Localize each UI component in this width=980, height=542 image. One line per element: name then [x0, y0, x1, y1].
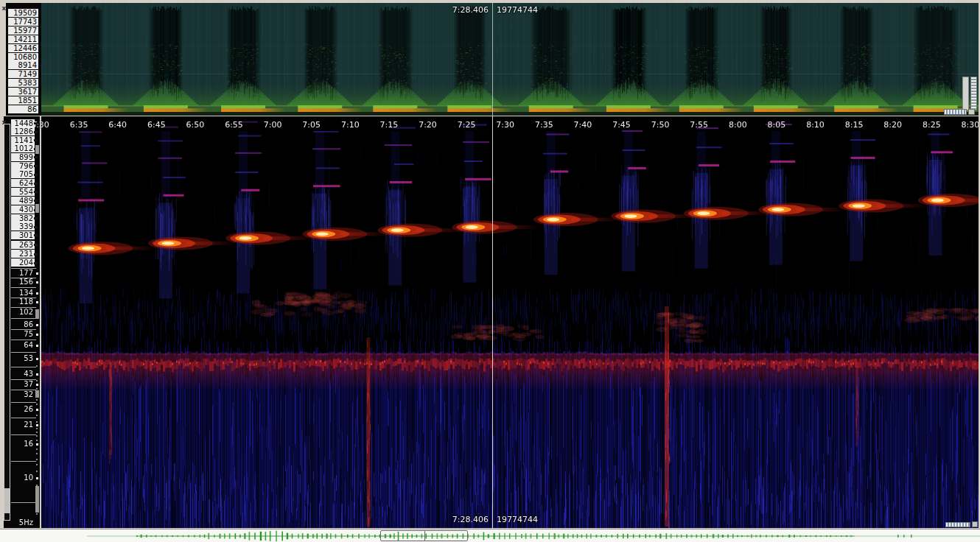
time-axis-label: 6:35	[70, 120, 88, 130]
freq-tick	[34, 165, 38, 167]
freq-minor-tick	[36, 388, 38, 390]
freq-tick	[34, 122, 38, 124]
scale-separator	[11, 461, 36, 462]
pane-spectrogram-bottom: 6:306:356:406:456:506:557:007:057:107:15…	[0, 116, 980, 528]
scale-separator	[11, 278, 36, 278]
freq-minor-tick	[36, 421, 38, 423]
freq-scale-label: 382	[11, 214, 35, 222]
freq-tick	[34, 139, 38, 141]
freq-scale-label: 263	[11, 241, 35, 249]
freq-tick	[36, 281, 38, 284]
freq-scale-label: 43	[10, 370, 35, 379]
pane-spectrogram-top: x 19509177431597714211124461068089147149…	[0, 0, 980, 116]
freq-scale-label: 5383	[8, 79, 38, 87]
scale-marker	[35, 145, 39, 154]
freq-tick	[34, 174, 38, 176]
time-axis-label: 7:05	[302, 120, 321, 130]
horizontal-zoom-thumbwheel-bottom[interactable]	[945, 522, 970, 527]
time-axis-label: 8:05	[768, 120, 786, 130]
scale-separator	[11, 268, 36, 269]
freq-tick	[36, 345, 38, 347]
freq-tick	[34, 183, 38, 185]
freq-tick	[34, 262, 38, 264]
time-axis-label: 7:20	[419, 120, 437, 130]
freq-minor-tick	[36, 435, 38, 437]
freq-scale-label: 177	[10, 269, 35, 278]
freq-minor-tick	[36, 399, 38, 401]
overview-playhead[interactable]	[424, 531, 425, 541]
freq-scale-label: 8914	[8, 61, 38, 69]
scale-separator	[11, 434, 36, 435]
scale-separator	[11, 502, 36, 503]
scale-marker	[35, 309, 39, 319]
freq-scale-label: 1448	[11, 119, 35, 127]
scale-separator	[11, 329, 36, 330]
vertical-scroll-handle-top[interactable]	[962, 77, 969, 110]
freq-minor-tick	[36, 448, 38, 450]
freq-scale-label: 899	[11, 153, 35, 161]
scale-marker	[35, 204, 39, 213]
time-axis-label: 7:50	[651, 120, 670, 130]
cursor-time-readout-top: 7:28.406	[383, 5, 489, 15]
freq-scale-label: 1012	[11, 144, 35, 152]
time-axis-label: 6:50	[186, 120, 205, 130]
overview-waveform-canvas[interactable]	[0, 529, 980, 542]
freq-minor-tick	[36, 365, 38, 367]
freq-minor-tick	[36, 453, 38, 454]
scale-separator	[11, 418, 36, 418]
freq-scale-label: 53	[10, 354, 35, 363]
freq-scale-label: 102	[10, 308, 35, 317]
horizontal-zoom-thumbwheel-top[interactable]	[944, 109, 967, 115]
freq-minor-tick	[36, 404, 38, 405]
scale-separator	[11, 298, 36, 298]
zoom-reset-button-top[interactable]	[968, 109, 975, 115]
freq-minor-tick	[36, 471, 38, 472]
spectrogram-canvas-top[interactable]	[41, 3, 979, 116]
freq-tick	[36, 409, 38, 411]
freq-minor-tick	[36, 440, 38, 441]
cursor-frame-readout-bottom: 19774744	[497, 515, 538, 524]
freq-minor-tick	[36, 459, 38, 460]
zoom-reset-button-bottom[interactable]	[972, 521, 978, 527]
spectrogram-canvas-bottom[interactable]	[41, 116, 979, 528]
frequency-scale-top[interactable]: 1950917743159771421112446106808914714953…	[0, 0, 41, 116]
scale-separator	[11, 307, 36, 308]
freq-minor-tick	[36, 464, 38, 465]
freq-tick	[36, 477, 38, 479]
time-axis-label: 7:45	[612, 120, 631, 130]
freq-scale-label: 204	[11, 258, 35, 267]
freq-scale-label: 86	[10, 320, 35, 329]
freq-scale-label: 10	[10, 474, 35, 482]
freq-minor-tick	[36, 513, 38, 515]
freq-tick	[34, 200, 38, 202]
time-axis-label: 8:25	[923, 120, 941, 130]
freq-tick	[34, 191, 38, 193]
freq-scale-label: 1141	[11, 136, 35, 144]
playback-cursor-line-top	[492, 3, 493, 116]
scale-marker	[35, 486, 39, 513]
freq-minor-tick	[36, 428, 38, 429]
freq-scale-label: 796	[11, 162, 35, 170]
freq-tick	[36, 373, 38, 376]
freq-tick	[36, 443, 38, 446]
freq-minor-tick	[36, 380, 38, 381]
time-axis-label: 8:15	[845, 120, 864, 130]
freq-tick	[34, 156, 38, 158]
time-axis-label: 7:15	[380, 120, 399, 130]
freq-scale-label: 489	[11, 197, 35, 205]
freq-scale-label: 17743	[8, 18, 38, 26]
freq-scale-label: 430	[11, 205, 35, 214]
overview-visible-region[interactable]	[380, 530, 468, 541]
freq-tick	[34, 244, 38, 246]
app-window: x 19509177431597714211124461068089147149…	[0, 0, 980, 542]
time-axis-label: 8:20	[883, 120, 902, 130]
freq-scale-label: 624	[11, 179, 35, 187]
time-axis-label: 7:35	[535, 120, 553, 130]
frequency-scale-bottom[interactable]: 1448128611411012899796705624554489430382…	[0, 116, 41, 528]
vertical-zoom-thumbwheel-top[interactable]	[970, 77, 977, 110]
time-axis-label: 7:55	[690, 120, 708, 130]
overview-panner[interactable]	[0, 529, 980, 542]
playback-cursor-line-bottom	[492, 116, 493, 528]
freq-tick	[36, 384, 38, 386]
scale-separator	[11, 339, 36, 340]
